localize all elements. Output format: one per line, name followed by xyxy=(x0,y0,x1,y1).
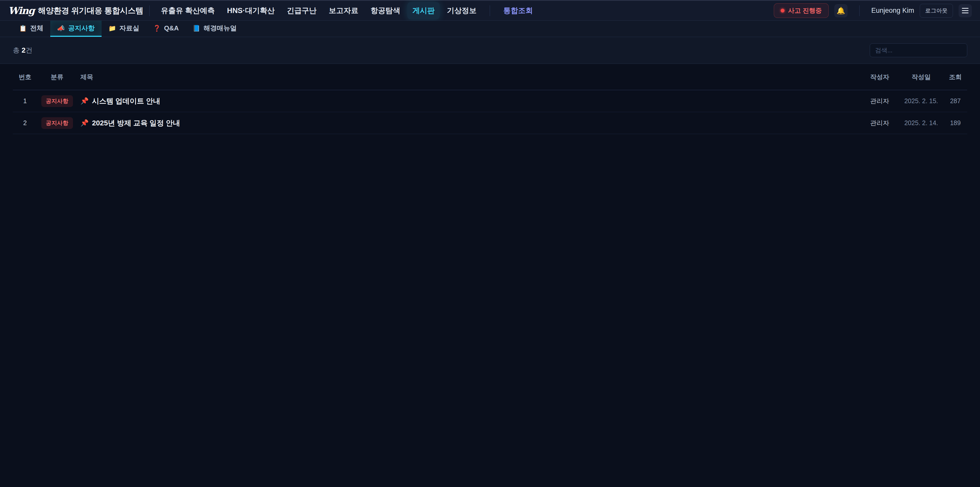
bell-icon: 🔔 xyxy=(837,6,845,15)
row-number: 1 xyxy=(13,97,37,105)
nav-item-reports[interactable]: 보고자료 xyxy=(324,2,363,19)
incident-badge-label: 사고 진행중 xyxy=(788,6,822,15)
row-views: 189 xyxy=(943,119,967,127)
incident-dot-icon xyxy=(781,9,784,13)
column-header-date: 작성일 xyxy=(899,73,943,81)
logo-divider xyxy=(149,5,150,16)
logout-button[interactable]: 로그아웃 xyxy=(920,4,953,18)
table-row[interactable]: 1 공지사항 📌 시스템 업데이트 안내 관리자 2025. 2. 15. 28… xyxy=(13,90,967,112)
post-title-link[interactable]: 시스템 업데이트 안내 xyxy=(92,96,160,106)
question-icon: ❓ xyxy=(153,25,161,32)
tab-all[interactable]: 📋 전체 xyxy=(12,21,50,37)
category-badge: 공지사항 xyxy=(41,117,73,129)
clipboard-icon: 📋 xyxy=(19,25,27,32)
column-header-title: 제목 xyxy=(77,73,861,81)
incident-status-badge[interactable]: 사고 진행중 xyxy=(774,3,829,18)
megaphone-icon: 📣 xyxy=(57,25,65,32)
book-icon: 📘 xyxy=(192,25,200,32)
tab-qna-label: Q&A xyxy=(164,24,179,32)
nav-item-emergency-rescue[interactable]: 긴급구난 xyxy=(282,2,321,19)
nav-item-hns-air-diffusion[interactable]: HNS·대기확산 xyxy=(222,2,280,19)
row-date: 2025. 2. 15. xyxy=(899,97,943,105)
app-title: 해양환경 위기대응 통합시스템 xyxy=(38,5,143,16)
pin-icon: 📌 xyxy=(80,119,89,127)
nav-item-board[interactable]: 게시판 xyxy=(407,2,440,19)
column-header-views: 조회 xyxy=(943,73,967,81)
menu-icon xyxy=(962,8,969,9)
table-row[interactable]: 2 공지사항 📌 2025년 방제 교육 일정 안내 관리자 2025. 2. … xyxy=(13,112,967,134)
column-header-author: 작성자 xyxy=(861,73,899,81)
total-count-label: 총 2건 xyxy=(13,46,32,55)
tab-notices-label: 공지사항 xyxy=(68,24,95,33)
board-toolbar: 총 2건 xyxy=(0,37,980,64)
row-views: 287 xyxy=(943,97,967,105)
pin-icon: 📌 xyxy=(80,97,89,105)
board-content: 번호 분류 제목 작성자 작성일 조회 1 공지사항 📌 시스템 업데이트 안내… xyxy=(0,64,980,487)
nav-item-weather-info[interactable]: 기상정보 xyxy=(442,2,482,19)
row-author: 관리자 xyxy=(861,119,899,127)
nav-item-aerial-search[interactable]: 항공탐색 xyxy=(366,2,405,19)
row-date: 2025. 2. 14. xyxy=(899,119,943,127)
category-badge: 공지사항 xyxy=(41,95,73,107)
board-tab-bar: 📋 전체 📣 공지사항 📁 자료실 ❓ Q&A 📘 해경매뉴얼 xyxy=(0,21,980,37)
logo-wing-icon: Wing xyxy=(8,5,35,16)
nav-item-integrated-search[interactable]: 통합조회 xyxy=(498,2,538,19)
menu-divider xyxy=(490,5,490,16)
username-label: Eunjeong Kim xyxy=(871,6,914,14)
notification-button[interactable]: 🔔 xyxy=(834,4,848,18)
hamburger-menu-button[interactable] xyxy=(959,4,972,18)
nav-item-oil-spill-prediction[interactable]: 유출유 확산예측 xyxy=(156,2,220,19)
top-navigation-bar: Wing 해양환경 위기대응 통합시스템 유출유 확산예측 HNS·대기확산 긴… xyxy=(0,1,980,21)
tab-qna[interactable]: ❓ Q&A xyxy=(146,21,186,37)
column-header-category: 분류 xyxy=(37,73,77,81)
post-title-link[interactable]: 2025년 방제 교육 일정 안내 xyxy=(92,118,180,128)
tab-manual-label: 해경매뉴얼 xyxy=(204,24,237,33)
tab-all-label: 전체 xyxy=(30,24,43,33)
column-header-number: 번호 xyxy=(13,73,37,81)
app-root: Wing 해양환경 위기대응 통합시스템 유출유 확산예측 HNS·대기확산 긴… xyxy=(0,0,980,487)
tab-archive[interactable]: 📁 자료실 xyxy=(102,21,146,37)
tab-notices[interactable]: 📣 공지사항 xyxy=(50,21,102,37)
tab-manual[interactable]: 📘 해경매뉴얼 xyxy=(186,21,244,37)
total-count-value: 2 xyxy=(22,46,26,54)
app-logo[interactable]: Wing 해양환경 위기대응 통합시스템 xyxy=(8,5,143,16)
row-number: 2 xyxy=(13,119,37,127)
main-menu: 유출유 확산예측 HNS·대기확산 긴급구난 보고자료 항공탐색 게시판 기상정… xyxy=(156,2,538,19)
table-header-row: 번호 분류 제목 작성자 작성일 조회 xyxy=(13,64,967,90)
nav-right-cluster: 사고 진행중 🔔 Eunjeong Kim 로그아웃 xyxy=(774,3,972,18)
tab-archive-label: 자료실 xyxy=(119,24,139,33)
folder-icon: 📁 xyxy=(108,25,116,32)
row-author: 관리자 xyxy=(861,97,899,105)
search-input[interactable] xyxy=(870,43,967,57)
